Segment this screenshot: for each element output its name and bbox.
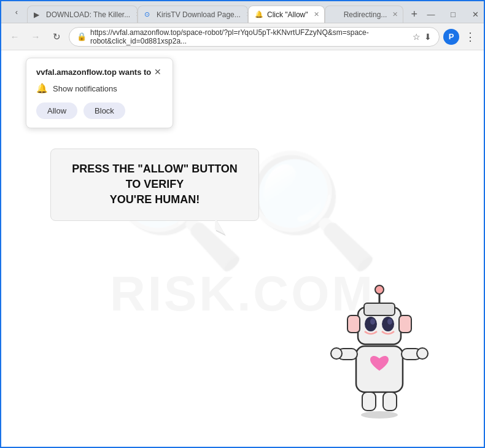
- svg-rect-15: [362, 392, 376, 411]
- tab1-label: DOWNLOAD: The Killer...: [46, 10, 130, 19]
- tab3-label: Click "Allow": [267, 10, 308, 19]
- svg-point-1: [375, 285, 384, 294]
- reload-button[interactable]: ↻: [48, 28, 65, 45]
- svg-point-14: [417, 348, 428, 359]
- robot-character: [324, 280, 435, 415]
- tab4-close[interactable]: ✕: [390, 10, 400, 19]
- bubble-line1: PRESS THE "ALLOW" BUTTON TO VERIFY: [72, 163, 238, 190]
- svg-rect-8: [347, 315, 360, 333]
- svg-point-6: [370, 319, 375, 325]
- tab1-favicon: ▶: [34, 10, 42, 19]
- back-button[interactable]: ←: [6, 28, 23, 45]
- maximize-button[interactable]: □: [444, 6, 462, 23]
- window-controls: — □ ✕: [422, 6, 484, 23]
- speech-bubble: PRESS THE "ALLOW" BUTTON TO VERIFY YOU'R…: [50, 149, 259, 221]
- tab-left-controls: ‹: [6, 1, 27, 23]
- popup-close-icon[interactable]: ✕: [153, 67, 163, 77]
- new-tab-button[interactable]: +: [406, 6, 422, 23]
- tab4-label: Redirecting...: [344, 10, 387, 19]
- lock-icon: 🔒: [77, 32, 87, 41]
- minimize-button[interactable]: —: [422, 6, 440, 23]
- tab3-favicon: 🔔: [255, 10, 263, 19]
- bubble-text: PRESS THE "ALLOW" BUTTON TO VERIFY YOU'R…: [69, 161, 240, 208]
- tab-allow[interactable]: 🔔 Click "Allow" ✕: [248, 6, 325, 23]
- download-icon[interactable]: ⬇: [424, 32, 432, 42]
- forward-button[interactable]: →: [27, 28, 44, 45]
- allow-button[interactable]: Allow: [36, 102, 77, 119]
- tab-kiristv[interactable]: ⊙ KirisTV Download Page... ✕: [138, 6, 248, 23]
- bubble-line2: YOU'RE HUMAN!: [110, 193, 200, 206]
- tab-scroll-left[interactable]: ‹: [9, 4, 25, 20]
- svg-point-4: [365, 317, 377, 331]
- browser-toolbar: ← → ↻ 🔒 https://vvfal.amazonflow.top/spa…: [1, 23, 484, 50]
- svg-rect-3: [364, 303, 395, 315]
- tab-bar: ‹ ▶ DOWNLOAD: The Killer... ✕ ⊙ KirisTV …: [1, 1, 484, 23]
- tab3-close[interactable]: ✕: [312, 10, 321, 19]
- popup-header: vvfal.amazonflow.top wants to ✕: [36, 67, 163, 77]
- menu-button[interactable]: ⋮: [462, 28, 479, 45]
- block-button[interactable]: Block: [83, 102, 125, 119]
- tab2-favicon: ⊙: [144, 10, 153, 19]
- page-content: 🔍🔍 RISK.COM vvfal.amazonflow.top wants t…: [1, 50, 484, 427]
- tab-download[interactable]: ▶ DOWNLOAD: The Killer... ✕: [27, 6, 138, 23]
- bell-icon: 🔔: [36, 83, 48, 94]
- svg-point-17: [361, 411, 398, 419]
- popup-title: vvfal.amazonflow.top wants to: [36, 68, 151, 77]
- popup-buttons: Allow Block: [36, 102, 163, 119]
- close-button[interactable]: ✕: [467, 6, 484, 23]
- bookmark-icon[interactable]: ☆: [413, 32, 421, 42]
- profile-icon[interactable]: P: [443, 29, 459, 45]
- url-text: https://vvfal.amazonflow.top/space-robot…: [90, 28, 409, 45]
- notification-text: Show notifications: [53, 84, 117, 93]
- tab4-favicon: [332, 10, 340, 19]
- notification-popup: vvfal.amazonflow.top wants to ✕ 🔔 Show n…: [26, 58, 173, 128]
- popup-notification-row: 🔔 Show notifications: [36, 83, 163, 94]
- svg-point-7: [387, 319, 392, 325]
- svg-rect-16: [383, 392, 397, 411]
- address-bar[interactable]: 🔒 https://vvfal.amazonflow.top/space-rob…: [69, 27, 440, 47]
- tab-redirecting[interactable]: Redirecting... ✕: [325, 6, 404, 23]
- toolbar-right: P ⋮: [443, 28, 479, 45]
- svg-point-5: [382, 317, 394, 331]
- svg-rect-9: [399, 315, 411, 333]
- tab2-label: KirisTV Download Page...: [157, 10, 241, 19]
- svg-point-12: [331, 348, 342, 359]
